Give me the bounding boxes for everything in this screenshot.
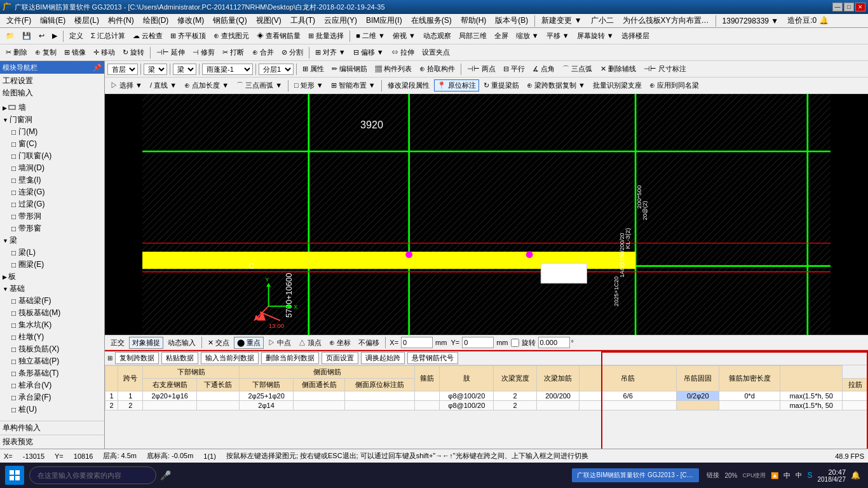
td-secondary-add-2[interactable] [580, 401, 677, 410]
sidebar-section-foundation[interactable]: ▼ 基础 [1, 283, 103, 295]
sidebar-single-member[interactable]: 单构件输入 [0, 421, 104, 435]
btn-swap-start-span[interactable]: 调换起始跨 [361, 352, 405, 364]
menu-member[interactable]: 构件(N) [104, 14, 138, 27]
taskbar-up-arrow-icon[interactable]: 🔼 [771, 472, 778, 479]
btn-property[interactable]: ⊞ 属性 [299, 63, 327, 75]
btn-2d[interactable]: ■ 二维 ▼ [353, 30, 388, 42]
td-side-thru-2[interactable] [293, 401, 344, 410]
btn-copy-span-data[interactable]: 复制跨数据 [115, 352, 159, 364]
btn-snap-vertex[interactable]: △ 顶点 [295, 337, 325, 349]
sidebar-item-strip-hole[interactable]: □带形洞 [10, 210, 103, 222]
td-secondary-width-1[interactable]: 200/200 [536, 391, 579, 401]
btn-new[interactable]: 📁 [3, 30, 18, 41]
sidebar-pin-icon[interactable]: 📌 [93, 64, 102, 72]
td-hanger-anchor-1[interactable]: 0*d [719, 391, 780, 401]
btn-no-offset[interactable]: 不偏移 [355, 337, 383, 349]
btn-delete-col-data[interactable]: 删除当前列数据 [261, 352, 319, 364]
sidebar-item-raft[interactable]: □筏板基础(M) [10, 307, 103, 319]
menu-floor[interactable]: 楼层(L) [71, 14, 103, 27]
sidebar-item-foundation-beam[interactable]: □基础梁(F) [10, 295, 103, 307]
sidebar-item-door[interactable]: □门(M) [10, 126, 103, 138]
btn-save[interactable]: 💾 [19, 30, 34, 41]
menu-edit[interactable]: 编辑(E) [36, 14, 69, 27]
menu-phone[interactable]: 13907298339 ▼ [719, 15, 783, 27]
btn-rotate-screen[interactable]: 屏幕旋转 ▼ [574, 30, 617, 42]
sidebar-item-window[interactable]: □窗(C) [10, 138, 103, 150]
menu-version[interactable]: 版本号(B) [491, 14, 532, 27]
btn-merge[interactable]: ⊕ 合并 [249, 46, 277, 58]
btn-calc[interactable]: Σ 汇总计算 [88, 30, 128, 42]
sidebar-item-wall-hole[interactable]: □墙洞(D) [10, 162, 103, 174]
td-bottom-non-thru-1[interactable]: 2φ25+1φ20 [240, 391, 293, 401]
td-hanger-anchor-2[interactable] [719, 401, 780, 410]
rotate-input[interactable] [538, 337, 570, 348]
btn-local-3d[interactable]: 局部三维 [456, 30, 490, 42]
td-pull-1[interactable] [414, 391, 439, 401]
btn-dynamic-input[interactable]: 动态输入 [165, 337, 199, 349]
btn-snap-intersect[interactable]: ✕ 交点 [205, 337, 233, 349]
sidebar-item-strip[interactable]: □条形基础(T) [10, 367, 103, 379]
btn-move[interactable]: ✛ 移动 [90, 46, 118, 58]
btn-split[interactable]: ⊘ 分割 [278, 46, 306, 58]
btn-pan[interactable]: 平移 ▼ [543, 30, 573, 42]
btn-page-settings[interactable]: 页面设置 [322, 352, 358, 364]
td-right-support-1[interactable]: 2φ20+1φ16 [143, 391, 196, 401]
td-side-thru-1[interactable] [293, 391, 344, 401]
btn-stretch[interactable]: ⇔ 拉伸 [388, 46, 417, 58]
sidebar-section-beam[interactable]: ▼ 梁 [1, 234, 103, 247]
sidebar-report-preview[interactable]: 报表预览 [0, 435, 104, 449]
sidebar-item-coupling-beam[interactable]: □连梁(G) [10, 186, 103, 198]
menu-online[interactable]: 在线服务(S) [407, 14, 456, 27]
td-side-original-1[interactable] [345, 391, 414, 401]
btn-two-point[interactable]: ⊣⊢ 两点 [464, 63, 499, 75]
titlebar-controls[interactable]: — □ ✕ [832, 3, 865, 11]
btn-copy[interactable]: ⊕ 复制 [32, 46, 60, 58]
sidebar-item-pile[interactable]: □桩(U) [10, 403, 103, 416]
btn-line[interactable]: / 直线 ▼ [147, 79, 180, 92]
maximize-button[interactable]: □ [844, 3, 854, 11]
btn-original-mark[interactable]: 📍 原位标注 [434, 79, 479, 92]
menu-help[interactable]: 帮助(H) [457, 14, 491, 27]
td-rebar-extend-2[interactable]: max(1.5*h, 50 [780, 401, 843, 410]
btn-snap-mid[interactable]: ▷ 中点 [265, 337, 294, 349]
btn-parallel[interactable]: ⊟ 平行 [500, 63, 528, 75]
sidebar-item-raft-neg[interactable]: □筏板负筋(X) [10, 343, 103, 355]
sidebar-item-beam[interactable]: □梁(L) [10, 247, 103, 259]
td-stirrup-1[interactable]: φ8@100/20 [440, 391, 494, 401]
btn-break[interactable]: ✂ 打断 [219, 46, 247, 58]
sidebar-item-project-settings[interactable]: 工程设置 [1, 75, 103, 87]
member-selector[interactable]: 梁 [173, 64, 196, 75]
btn-trim[interactable]: ⊣ 修剪 [189, 46, 218, 58]
member-type-selector[interactable]: 梁 [144, 64, 167, 75]
sidebar-item-draw-input[interactable]: 绘图输入 [1, 87, 103, 99]
td-secondary-width-2[interactable] [536, 401, 579, 410]
btn-dim-mark[interactable]: ⊣⊢ 尺寸标注 [641, 63, 689, 75]
btn-define[interactable]: 定义 [66, 30, 86, 42]
minimize-button[interactable]: — [832, 3, 843, 11]
btn-del-aux[interactable]: ✕ 删除辅线 [597, 63, 639, 75]
rain-cover-selector[interactable]: 雨蓬梁-1 [202, 64, 253, 75]
y-coord-input[interactable] [462, 337, 494, 348]
rotate-checkbox[interactable] [511, 339, 519, 347]
sidebar-item-cap-beam[interactable]: □承台梁(F) [10, 391, 103, 403]
btn-snap[interactable]: 对象捕捉 [129, 337, 163, 349]
drawing-area[interactable]: 3920 200*500 20@(2) KL-3(2) 1A8@100/200/… [105, 94, 868, 335]
td-right-support-2[interactable] [143, 401, 196, 410]
microphone-icon[interactable]: 🎤 [160, 470, 171, 480]
btn-snap-coord[interactable]: ⊕ 坐标 [326, 337, 354, 349]
btn-batch-select[interactable]: ⊞ 批量选择 [305, 30, 347, 42]
btn-find-elem[interactable]: ⊕ 查找图元 [210, 30, 252, 42]
btn-member-list[interactable]: ▦ 构件列表 [372, 63, 415, 75]
btn-delete[interactable]: ✂ 删除 [3, 46, 31, 58]
btn-ortho[interactable]: 正交 [107, 337, 128, 349]
td-leg-1[interactable]: 2 [494, 391, 536, 401]
btn-select-floor[interactable]: 选择楼层 [618, 30, 653, 42]
td-leg-2[interactable]: 2 [494, 401, 536, 410]
td-stirrup-2[interactable]: φ8@100/20 [440, 401, 494, 410]
menu-modify[interactable]: 修改(M) [173, 14, 208, 27]
btn-select[interactable]: ▷ 选择 ▼ [107, 79, 146, 92]
sidebar-item-column-cap[interactable]: □柱墩(Y) [10, 331, 103, 343]
btn-modify-layer[interactable]: 修改梁段属性 [384, 79, 433, 92]
notification-icon[interactable]: 🔔 [851, 471, 860, 480]
sidebar-item-niche[interactable]: □壁龛(I) [10, 174, 103, 186]
